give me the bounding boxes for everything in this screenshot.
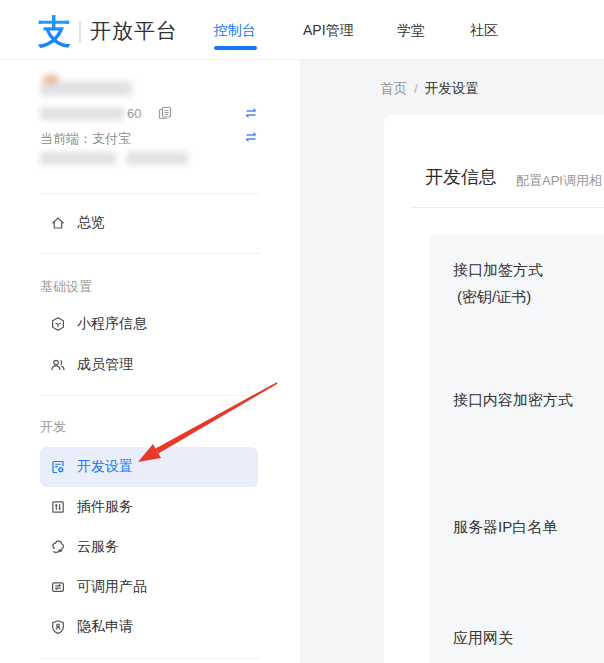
- sidebar-item-label: 可调用产品: [77, 578, 147, 596]
- swap-arrows-icon[interactable]: [243, 105, 259, 121]
- section-title-basic-settings: 基础设置: [40, 278, 92, 296]
- sidebar-item-label: 成员管理: [77, 356, 133, 374]
- active-tab-indicator: [214, 46, 257, 50]
- form-label-ip-whitelist: 服务器IP白名单: [453, 518, 557, 537]
- redacted-app-name: [40, 81, 132, 96]
- alipay-logo-icon: 支: [38, 10, 71, 55]
- brand-title: 开放平台: [90, 17, 178, 45]
- sidebar-item-plugin-services[interactable]: 插件服务: [40, 487, 258, 527]
- sidebar-item-label: 总览: [77, 214, 105, 232]
- sidebar-item-privacy-application[interactable]: 隐私申请: [40, 607, 258, 647]
- sidebar-item-cloud-services[interactable]: 云服务: [40, 527, 258, 567]
- current-client-label: 当前端：支付宝: [40, 130, 131, 148]
- tab-console[interactable]: 控制台: [214, 0, 256, 60]
- plugin-icon: [50, 499, 66, 515]
- breadcrumb-separator: /: [414, 81, 418, 96]
- mini-program-icon: [50, 316, 66, 332]
- home-icon: [50, 215, 66, 231]
- sidebar-item-member-management[interactable]: 成员管理: [40, 345, 258, 385]
- app-id-suffix: 60: [127, 106, 141, 121]
- sidebar-item-callable-products[interactable]: 可调用产品: [40, 567, 258, 607]
- form-label-app-gateway: 应用网关: [453, 629, 513, 648]
- callable-products-icon: [50, 579, 66, 595]
- privacy-shield-icon: [50, 619, 66, 635]
- tab-api-management[interactable]: API管理: [303, 0, 354, 60]
- sidebar-item-label: 小程序信息: [77, 315, 147, 333]
- copy-icon[interactable]: [157, 105, 173, 121]
- card-title-divider: [410, 207, 604, 208]
- divider: [40, 658, 260, 659]
- sidebar-item-label: 隐私申请: [77, 618, 133, 636]
- form-label-content-encryption: 接口内容加密方式: [453, 391, 573, 410]
- redacted-entity-info: [40, 152, 116, 165]
- redacted-app-id: [40, 107, 124, 120]
- section-title-development: 开发: [40, 418, 66, 436]
- breadcrumb-home-link[interactable]: 首页: [380, 81, 407, 96]
- alipay-open-platform-console: 支 开放平台 控制台 API管理 学堂 社区 60 当前端：支付宝: [0, 0, 604, 663]
- redacted-entity-info: [126, 152, 188, 165]
- card-subtitle: 配置API调用相: [516, 172, 604, 190]
- form-label-signing-method: 接口加签方式: [453, 261, 543, 280]
- logo-separator: [79, 21, 81, 43]
- sidebar-item-label: 云服务: [77, 538, 119, 556]
- top-header: 支 开放平台 控制台 API管理 学堂 社区: [0, 0, 604, 60]
- sidebar-item-miniprogram-info[interactable]: 小程序信息: [40, 304, 258, 344]
- form-label-signing-method-sub: (密钥/证书): [457, 288, 531, 307]
- breadcrumb-current: 开发设置: [425, 81, 479, 96]
- dev-settings-icon: [50, 459, 66, 475]
- members-icon: [50, 357, 66, 373]
- tab-community[interactable]: 社区: [470, 0, 498, 60]
- divider: [40, 395, 260, 396]
- divider: [40, 193, 260, 194]
- sidebar-item-label: 开发设置: [77, 458, 133, 476]
- divider: [40, 253, 260, 254]
- tab-academy[interactable]: 学堂: [397, 0, 425, 60]
- sidebar-item-overview[interactable]: 总览: [40, 203, 258, 243]
- sidebar-item-label: 插件服务: [77, 498, 133, 516]
- swap-arrows-icon[interactable]: [243, 129, 259, 145]
- sidebar-item-dev-settings[interactable]: 开发设置: [40, 447, 258, 487]
- card-title: 开发信息: [425, 165, 497, 189]
- cloud-service-icon: [50, 539, 66, 555]
- breadcrumb: 首页/开发设置: [380, 80, 479, 98]
